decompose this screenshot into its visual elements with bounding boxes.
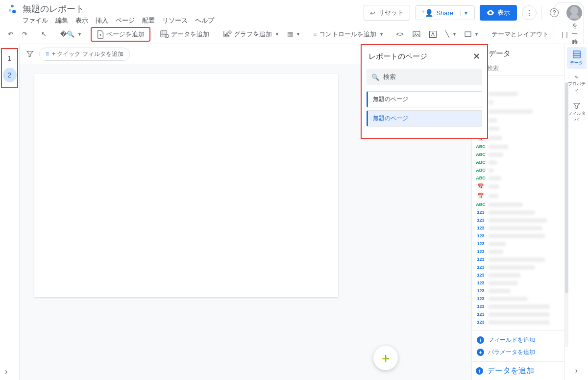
field-row[interactable]: 123 <box>475 216 563 224</box>
number-type-icon: 123 <box>476 311 486 317</box>
number-type-icon: 123 <box>476 319 486 325</box>
field-row[interactable]: 123 <box>475 279 563 287</box>
add-chart-button[interactable]: グラフを追加 <box>219 27 282 41</box>
field-name-blurred <box>489 210 535 215</box>
canvas-area: ≡ + クイック フィルタを追加 ↶ リセット ⋮ レポートのページ ✕ 🔍 検… <box>20 44 471 380</box>
field-row[interactable]: 123 <box>475 295 563 303</box>
report-canvas[interactable] <box>34 74 338 297</box>
pointer-tool[interactable]: ↖ <box>37 28 50 40</box>
field-name-blurred <box>489 297 528 301</box>
embed-button[interactable]: <> <box>392 28 408 40</box>
text-type-icon: ABC <box>476 167 486 173</box>
tab-data[interactable]: データ <box>567 47 587 69</box>
menu-help[interactable]: ヘルプ <box>195 16 214 25</box>
reset-button[interactable]: ↩ リセット <box>364 5 410 21</box>
quick-filter-add[interactable]: ≡ + クイック フィルタを追加 <box>39 48 130 61</box>
field-row[interactable]: 123 <box>475 303 563 310</box>
tab-property[interactable]: ✎ プロパティ <box>567 72 587 97</box>
field-row[interactable]: 123 <box>475 287 563 295</box>
add-param-label: パラメータを追加 <box>488 348 535 356</box>
page-row[interactable]: 無題のページ <box>367 91 482 107</box>
document-title[interactable]: 無題のレポート <box>23 3 364 15</box>
field-row[interactable]: ABC <box>475 174 563 182</box>
text-button[interactable]: A <box>425 28 441 40</box>
svg-point-2 <box>12 10 16 13</box>
menu-resource[interactable]: リソース <box>162 16 188 25</box>
field-row[interactable]: ABC <box>475 151 563 158</box>
field-row[interactable]: 123 <box>475 255 563 263</box>
tab-filter[interactable]: フィルタバ <box>567 100 587 126</box>
plus-icon: ＋ <box>379 350 392 367</box>
add-control-button[interactable]: ≡ コントロールを追加 <box>309 27 387 41</box>
funnel-icon <box>567 102 587 109</box>
rail-expand[interactable]: › <box>5 367 7 376</box>
pause-icon: ❘❘ <box>560 31 569 38</box>
add-field-button[interactable]: +フィールドを追加 <box>476 334 561 346</box>
right-rail-collapse[interactable]: › <box>575 366 578 375</box>
line-button[interactable]: ╲ <box>441 28 460 40</box>
community-viz-button[interactable]: ▦ <box>283 28 303 40</box>
field-name-blurred <box>489 304 550 309</box>
zoom-dropdown[interactable]: �🔍 <box>56 28 85 40</box>
share-dropdown[interactable]: ▼ <box>460 10 468 16</box>
svg-point-1 <box>8 9 11 12</box>
popup-close-button[interactable]: ✕ <box>473 51 480 62</box>
account-avatar[interactable] <box>566 5 582 21</box>
menu-file[interactable]: ファイル <box>23 16 48 25</box>
menu-edit[interactable]: 編集 <box>55 16 68 25</box>
eye-icon <box>487 10 494 16</box>
funnel-icon <box>26 51 33 57</box>
field-row[interactable]: 123 <box>475 310 563 318</box>
view-button[interactable]: 表示 <box>480 5 517 21</box>
add-data-button[interactable]: データを追加 <box>156 27 213 41</box>
data-source-indicator[interactable] <box>477 79 560 88</box>
add-param-button[interactable]: +パラメータを追加 <box>476 346 561 358</box>
add-data-source-button[interactable]: +データを追加 <box>472 362 564 380</box>
add-page-label: ページを追加 <box>106 30 145 39</box>
field-name-blurred <box>489 320 550 325</box>
field-row[interactable]: 123 <box>475 224 563 232</box>
menu-arrange[interactable]: 配置 <box>142 16 155 25</box>
field-row[interactable]: ABC <box>475 158 563 166</box>
number-type-icon: 123 <box>476 288 486 294</box>
add-page-button[interactable]: ページを追加 <box>91 27 150 42</box>
add-fab[interactable]: ＋ <box>373 346 398 370</box>
share-button[interactable]: ⁺👤 Share ▼ <box>415 5 475 20</box>
field-row[interactable]: 123 <box>475 208 563 216</box>
field-row[interactable]: 📅 <box>475 191 563 201</box>
field-row[interactable]: 123 <box>475 248 563 255</box>
menu-bar: ファイル 編集 表示 挿入 ページ 配置 リソース ヘルプ <box>23 16 364 25</box>
undo-icon: ↩ <box>370 9 375 17</box>
menu-view[interactable]: 表示 <box>75 16 88 25</box>
svg-rect-16 <box>573 51 580 58</box>
field-name-blurred <box>489 152 503 157</box>
popup-search[interactable]: 🔍 検索 <box>367 69 482 85</box>
chevron-right-icon: › <box>5 367 7 376</box>
field-row[interactable]: 📅 <box>475 182 563 191</box>
menu-insert[interactable]: 挿入 <box>96 16 108 25</box>
field-row[interactable]: 123 <box>475 271 563 279</box>
scrollbar-thumb[interactable] <box>565 82 568 293</box>
theme-layout-button[interactable]: テーマとレイアウト <box>488 27 553 41</box>
svg-rect-5 <box>225 34 226 36</box>
image-button[interactable] <box>409 28 424 40</box>
field-row[interactable]: ABC <box>475 166 563 174</box>
field-row[interactable]: 123 <box>475 232 563 240</box>
filter-icon-button[interactable] <box>24 49 35 59</box>
page-row[interactable]: 無題のページ <box>367 110 482 127</box>
menu-page[interactable]: ページ <box>116 16 135 25</box>
field-row[interactable]: 123 <box>475 240 563 248</box>
database-icon <box>160 30 169 38</box>
field-name-blurred <box>489 203 523 207</box>
field-row[interactable]: ABC <box>475 143 563 151</box>
page-thumb-1[interactable]: 1 <box>3 51 17 66</box>
undo-button[interactable]: ↶ <box>4 28 17 40</box>
field-row[interactable]: 123 <box>475 318 563 326</box>
field-row[interactable]: 123 <box>475 263 563 271</box>
more-options-button[interactable]: ⋮ <box>522 5 537 20</box>
shape-button[interactable] <box>461 29 482 40</box>
field-name-blurred <box>489 257 545 262</box>
page-thumb-2[interactable]: 2 <box>3 68 17 82</box>
redo-button[interactable]: ↷ <box>18 28 31 40</box>
field-row[interactable]: ABC <box>475 201 563 208</box>
